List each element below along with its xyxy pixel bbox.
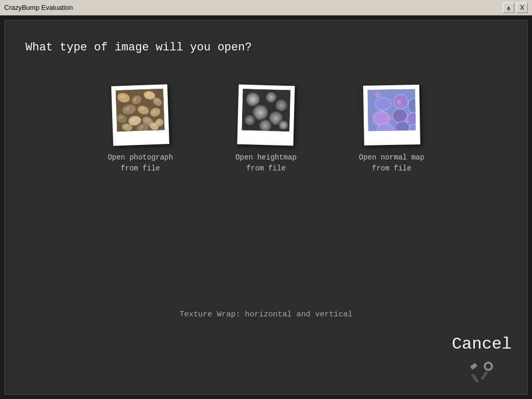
minimize-button[interactable] (503, 3, 514, 13)
open-photograph-button[interactable]: Open photographfrom file (108, 85, 173, 174)
svg-rect-2 (472, 374, 479, 383)
svg-marker-0 (507, 6, 510, 9)
open-normalmap-button[interactable]: Open normal mapfrom file (359, 85, 424, 174)
download-icon (506, 5, 511, 10)
open-heightmap-button[interactable]: Open heightmapfrom file (235, 85, 297, 174)
photograph-label: Open photographfrom file (108, 152, 173, 174)
window-controls: X (503, 3, 528, 13)
photograph-thumbnail (115, 88, 165, 131)
normalmap-label: Open normal mapfrom file (359, 152, 424, 174)
normalmap-thumbnail (367, 89, 416, 131)
heightmap-polaroid (237, 85, 295, 146)
heightmap-label: Open heightmapfrom file (235, 152, 297, 174)
tools-icon (469, 358, 495, 384)
close-button[interactable]: X (516, 3, 528, 13)
heightmap-thumbnail (242, 89, 290, 131)
question-heading: What type of image will you open? (5, 20, 527, 64)
texture-wrap-text: Texture Wrap: horizontal and vertical (5, 305, 527, 335)
photograph-polaroid (111, 84, 169, 146)
bottom-area: Cancel (5, 335, 527, 394)
cancel-button[interactable]: Cancel (452, 335, 512, 354)
svg-rect-4 (481, 371, 488, 380)
app-title: CrazyBump Evaluation (4, 4, 73, 11)
svg-rect-3 (470, 363, 477, 369)
title-bar: CrazyBump Evaluation X (0, 0, 532, 16)
image-options-container: Open photographfrom file Open heightmapf… (5, 64, 527, 305)
main-panel: What type of image will you open? Open p… (4, 20, 528, 395)
svg-point-6 (487, 365, 490, 368)
svg-rect-1 (507, 9, 510, 10)
normalmap-polaroid (363, 85, 420, 145)
